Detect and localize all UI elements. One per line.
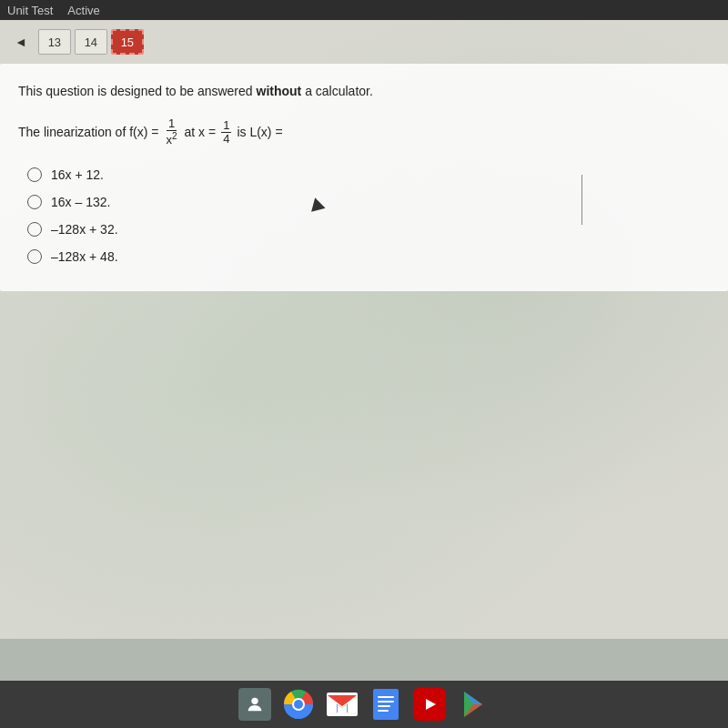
nav-back-arrow[interactable]: ◄	[15, 35, 27, 49]
taskbar	[0, 681, 728, 728]
svg-rect-9	[378, 701, 394, 703]
fraction-1: 1 x2	[164, 117, 178, 147]
gmail-icon[interactable]	[326, 688, 359, 721]
radio-a[interactable]	[27, 167, 42, 182]
radio-d[interactable]	[27, 249, 42, 264]
radio-b[interactable]	[27, 195, 42, 209]
svg-rect-7	[373, 689, 399, 720]
svg-rect-11	[378, 710, 389, 712]
fraction-2: 1 4	[221, 119, 231, 147]
youtube-icon[interactable]	[413, 688, 446, 721]
nav-button-13[interactable]: 13	[38, 29, 71, 55]
vertical-line	[581, 175, 582, 225]
option-d[interactable]: –128x + 48.	[27, 249, 710, 264]
status-badge: Active	[67, 4, 99, 17]
svg-rect-8	[378, 696, 394, 698]
chrome-icon[interactable]	[282, 688, 315, 721]
option-c[interactable]: –128x + 32.	[27, 222, 710, 237]
nav-row: ◄ 13 14 15	[0, 20, 728, 64]
answer-options: 16x + 12. 16x – 132. –128x + 32. –128x +…	[18, 167, 710, 264]
no-calc-notice: This question is designed to be answered…	[18, 82, 710, 101]
main-area: ◄ 13 14 15 This question is designed to …	[0, 20, 728, 639]
top-bar: Unit Test Active	[0, 0, 728, 20]
svg-point-5	[294, 700, 303, 709]
question-area: This question is designed to be answered…	[0, 64, 728, 291]
question-text: The linearization of f(x) = 1 x2 at x = …	[18, 117, 710, 147]
nav-button-14[interactable]: 14	[75, 29, 107, 55]
option-b[interactable]: 16x – 132.	[27, 195, 710, 209]
option-a[interactable]: 16x + 12.	[27, 167, 710, 182]
svg-rect-10	[378, 705, 390, 707]
play-store-icon[interactable]	[457, 688, 490, 721]
no-calc-bold: without	[257, 84, 302, 98]
svg-point-0	[251, 698, 258, 704]
nav-button-15[interactable]: 15	[111, 29, 144, 55]
page-title: Unit Test	[7, 4, 53, 17]
person-icon[interactable]	[238, 688, 271, 721]
radio-c[interactable]	[27, 222, 42, 237]
docs-icon[interactable]	[369, 688, 402, 721]
